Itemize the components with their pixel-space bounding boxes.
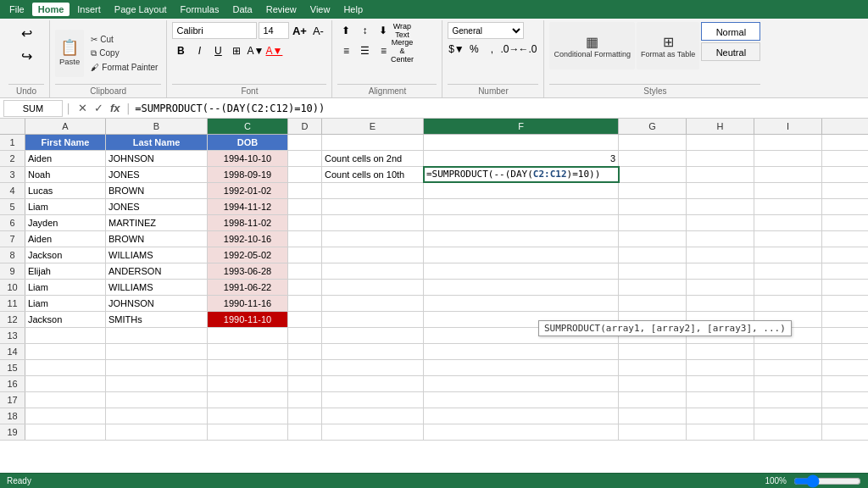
cell-i3[interactable] [754, 167, 822, 182]
cell-a1[interactable]: First Name [25, 135, 106, 150]
cell-h1[interactable] [687, 135, 754, 150]
enter-formula-button[interactable]: ✓ [92, 102, 106, 114]
cell-c1[interactable]: DOB [208, 135, 288, 150]
cell-a4[interactable]: Lucas [25, 183, 106, 198]
formula-bar-divider: │ [66, 103, 72, 114]
copy-button[interactable]: ⧉ Copy [87, 47, 161, 60]
col-header-g[interactable]: G [619, 119, 687, 134]
number-label: Number [448, 84, 538, 96]
cell-i1[interactable] [754, 135, 822, 150]
table-row: 14 [0, 344, 868, 360]
neutral-style[interactable]: Neutral [701, 42, 760, 61]
cell-b1[interactable]: Last Name [106, 135, 208, 150]
align-right-button[interactable]: ≡ [375, 42, 392, 59]
cell-a3[interactable]: Noah [25, 167, 106, 182]
increase-decimal-button[interactable]: .0→ [501, 41, 518, 58]
menu-help[interactable]: Help [337, 3, 369, 16]
col-header-d[interactable]: D [288, 119, 322, 134]
comma-button[interactable]: , [483, 41, 500, 58]
cell-d1[interactable] [288, 135, 322, 150]
insert-function-button[interactable]: fx [108, 102, 123, 114]
col-header-b[interactable]: B [106, 119, 208, 134]
cell-c3[interactable]: 1998-09-19 [208, 167, 288, 182]
decrease-decimal-button[interactable]: ←.0 [519, 41, 536, 58]
align-left-button[interactable]: ≡ [337, 42, 354, 59]
align-bottom-button[interactable]: ⬇ [375, 22, 392, 39]
number-section: General $▼ % , .0→ ←.0 Number [442, 20, 544, 97]
italic-button[interactable]: I [191, 42, 208, 59]
menu-review[interactable]: Review [260, 3, 303, 16]
currency-button[interactable]: $▼ [448, 41, 465, 58]
number-format-select[interactable]: General [448, 22, 524, 39]
cut-button[interactable]: ✂ Cut [87, 33, 161, 46]
font-section: A+ A- B I U ⊞ A▼ A▼ Font [167, 20, 332, 97]
align-top-button[interactable]: ⬆ [337, 22, 354, 39]
format-as-table-button[interactable]: ⊞ Format as Table [637, 22, 699, 69]
cell-f3[interactable]: =SUMPRODUCT(--(DAY(C2:C12)=10)) [424, 167, 619, 182]
menu-page-layout[interactable]: Page Layout [108, 3, 173, 16]
font-color-button[interactable]: A▼ [265, 42, 282, 59]
cell-b4[interactable]: BROWN [106, 183, 208, 198]
cell-d2[interactable] [288, 151, 322, 166]
wrap-text-button[interactable]: Wrap Text [393, 22, 410, 39]
percent-button[interactable]: % [465, 41, 482, 58]
formula-input[interactable] [135, 100, 865, 117]
cell-b2[interactable]: JOHNSON [106, 151, 208, 166]
cell-e1[interactable] [322, 135, 424, 150]
cut-icon: ✂ [91, 35, 97, 44]
col-header-i[interactable]: I [754, 119, 822, 134]
col-header-f[interactable]: F [424, 119, 619, 134]
zoom-slider[interactable] [793, 474, 861, 488]
font-name-input[interactable] [172, 22, 257, 39]
fill-color-button[interactable]: A▼ [247, 42, 264, 59]
cancel-formula-button[interactable]: ✕ [75, 102, 90, 114]
font-size-input[interactable] [259, 22, 289, 39]
cell-a2[interactable]: Aiden [25, 151, 106, 166]
format-painter-button[interactable]: 🖌 Format Painter [87, 61, 161, 74]
name-box[interactable] [3, 100, 63, 117]
cell-c12[interactable]: 1990-11-10 [208, 312, 288, 327]
font-label: Font [172, 84, 326, 96]
menu-file[interactable]: File [3, 3, 31, 16]
zoom-label: 100% [765, 476, 787, 485]
cell-e2[interactable]: Count cells on 2nd [322, 151, 424, 166]
cell-b3[interactable]: JONES [106, 167, 208, 182]
decrease-font-button[interactable]: A- [309, 22, 326, 39]
undo-button[interactable]: ↩ [11, 22, 42, 44]
increase-font-button[interactable]: A+ [291, 22, 308, 39]
cell-g1[interactable] [619, 135, 687, 150]
cell-f1[interactable] [424, 135, 619, 150]
menu-formulas[interactable]: Formulas [175, 3, 225, 16]
copy-icon: ⧉ [91, 48, 97, 58]
col-header-h[interactable]: H [687, 119, 754, 134]
bold-button[interactable]: B [172, 42, 189, 59]
align-center-button[interactable]: ☰ [356, 42, 373, 59]
menu-insert[interactable]: Insert [71, 3, 107, 16]
merge-center-button[interactable]: Merge & Center [393, 42, 410, 59]
col-header-a[interactable]: A [25, 119, 106, 134]
paste-button[interactable]: 📋 Paste [55, 30, 84, 77]
align-middle-button[interactable]: ↕ [356, 22, 373, 39]
cell-c2[interactable]: 1994-10-10 [208, 151, 288, 166]
menu-view[interactable]: View [304, 3, 337, 16]
conditional-formatting-button[interactable]: ▦ Conditional Formatting [549, 22, 635, 69]
format-as-table-icon: ⊞ [663, 34, 674, 50]
cell-f2[interactable]: 3 [424, 151, 619, 166]
cell-h2[interactable] [687, 151, 754, 166]
borders-button[interactable]: ⊞ [228, 42, 245, 59]
redo-button[interactable]: ↪ [11, 45, 42, 67]
cell-e3[interactable]: Count cells on 10th [322, 167, 424, 182]
normal-style[interactable]: Normal [701, 22, 760, 41]
cell-i2[interactable] [754, 151, 822, 166]
col-header-c[interactable]: C [208, 119, 288, 134]
col-header-e[interactable]: E [322, 119, 424, 134]
underline-button[interactable]: U [209, 42, 226, 59]
cell-g3[interactable] [619, 167, 687, 182]
cell-g2[interactable] [619, 151, 687, 166]
menu-data[interactable]: Data [226, 3, 258, 16]
cell-h3[interactable] [687, 167, 754, 182]
menu-home[interactable]: Home [32, 3, 70, 16]
format-painter-icon: 🖌 [91, 63, 99, 72]
cell-d3[interactable] [288, 167, 322, 182]
cell-c4[interactable]: 1992-01-02 [208, 183, 288, 198]
